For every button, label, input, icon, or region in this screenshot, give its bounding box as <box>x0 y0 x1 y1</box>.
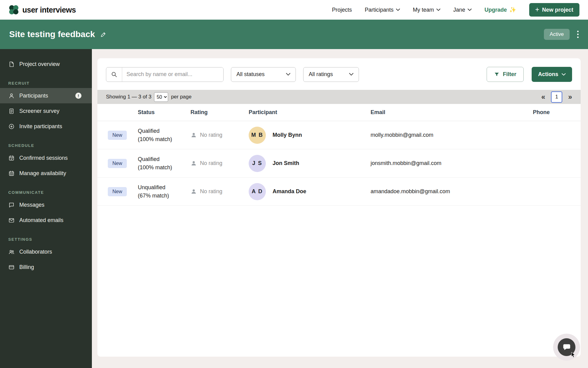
sidebar-section-settings: SETTINGS <box>8 237 92 242</box>
column-header-rating: Rating <box>190 109 249 116</box>
column-header-email: Email <box>371 109 533 116</box>
funnel-icon <box>494 72 499 77</box>
sidebar-item-label: Automated emails <box>19 217 63 224</box>
sidebar-item-label: Confirmed sessions <box>19 155 68 161</box>
chevron-down-icon <box>468 9 472 11</box>
new-badge: New <box>108 187 127 196</box>
table-row[interactable]: New Qualified (100% match) No rating J S… <box>97 149 581 178</box>
chat-bubble-icon <box>563 343 571 351</box>
sidebar-item-screener-survey[interactable]: Screener survey <box>0 103 92 119</box>
sidebar-item-label: Invite participants <box>19 123 62 130</box>
search-icon[interactable] <box>106 67 122 82</box>
sidebar-item-label: Billing <box>19 264 34 270</box>
alert-icon: ! <box>75 93 81 99</box>
table-empty-area <box>97 206 581 357</box>
column-header-status: Status <box>138 109 190 116</box>
plus-icon: + <box>535 6 539 13</box>
sidebar-item-participants[interactable]: Participants ! <box>0 88 92 103</box>
chat-bubble-icon <box>8 202 15 208</box>
document-icon <box>8 61 15 67</box>
sidebar-item-manage-availability[interactable]: Manage availability <box>0 166 92 181</box>
project-header: Site testing feedback Active <box>0 20 588 49</box>
actions-button[interactable]: Actions <box>532 67 572 82</box>
actions-button-label: Actions <box>538 71 558 78</box>
credit-card-icon <box>8 264 15 270</box>
participant-name[interactable]: Amanda Doe <box>273 188 306 195</box>
search-input[interactable] <box>122 67 223 82</box>
status-badge[interactable]: Active <box>544 29 570 40</box>
sidebar-section-communicate: COMMUNICATE <box>8 190 92 195</box>
brand[interactable]: user interviews <box>9 5 76 15</box>
sidebar-item-confirmed-sessions[interactable]: Confirmed sessions <box>0 150 92 166</box>
sidebar-item-collaborators[interactable]: Collaborators <box>0 244 92 259</box>
calendar-check-icon <box>8 155 15 161</box>
page-title: Site testing feedback <box>9 29 95 39</box>
pagination-bar: Showing 1 — 3 of 3 50 per page « 1 » <box>97 90 581 104</box>
column-header-phone: Phone <box>533 109 581 116</box>
participant-email: amandadoe.mobbin@gmail.com <box>371 188 533 195</box>
sidebar-section-schedule: SCHEDULE <box>8 143 92 148</box>
people-icon <box>8 249 15 255</box>
survey-icon <box>8 108 15 114</box>
sidebar-item-label: Collaborators <box>19 249 52 255</box>
rating-filter-select[interactable]: All ratings <box>303 67 359 82</box>
user-interviews-logo-icon <box>9 5 19 15</box>
invite-plus-icon <box>8 123 15 130</box>
chevron-down-icon <box>436 9 440 11</box>
next-page-icon[interactable]: » <box>568 94 572 101</box>
participant-name[interactable]: Jon Smith <box>273 160 299 167</box>
toolbar-actions: Filter Actions <box>487 67 572 82</box>
calendar-icon <box>8 170 15 177</box>
participants-toolbar: All statuses All ratings Filter Actions <box>97 58 581 90</box>
table-header: Status Rating Participant Email Phone <box>97 104 581 121</box>
envelope-icon <box>8 217 15 224</box>
cursor-icon <box>571 352 576 358</box>
nav-participants[interactable]: Participants <box>365 7 400 13</box>
table-row[interactable]: New Qualified (100% match) No rating M B… <box>97 121 581 149</box>
edit-title-button[interactable] <box>100 31 107 37</box>
nav-my-team[interactable]: My team <box>413 7 440 13</box>
sidebar-item-label: Project overview <box>19 61 60 67</box>
chevron-down-icon <box>286 73 290 76</box>
status-value: Qualified <box>138 127 190 135</box>
participant-name[interactable]: Molly Bynn <box>273 132 302 138</box>
sparkle-icon: ✨ <box>509 6 516 13</box>
status-filter-select[interactable]: All statuses <box>231 67 296 82</box>
nav-participants-label: Participants <box>365 7 394 13</box>
new-badge: New <box>108 131 127 140</box>
sidebar-item-project-overview[interactable]: Project overview <box>0 56 92 72</box>
per-page-select[interactable]: 50 <box>154 92 168 102</box>
table-row[interactable]: New Unqualified (67% match) No rating A … <box>97 178 581 206</box>
sidebar-item-billing[interactable]: Billing <box>0 259 92 275</box>
avatar: A D <box>249 183 266 200</box>
sidebar-item-label: Manage availability <box>19 170 66 177</box>
chevron-down-icon <box>562 73 566 76</box>
status-value: Unqualified <box>138 183 190 192</box>
person-silhouette-icon <box>190 160 197 167</box>
main-content: All statuses All ratings Filter Actions <box>92 49 588 368</box>
nav-user-menu[interactable]: Jane <box>453 7 472 13</box>
nav-upgrade[interactable]: Upgrade ✨ <box>484 6 516 13</box>
participants-card: All statuses All ratings Filter Actions <box>97 58 581 357</box>
person-silhouette-icon <box>190 132 197 138</box>
nav-projects[interactable]: Projects <box>332 7 352 13</box>
per-page-label: per page <box>171 94 191 100</box>
pencil-icon <box>100 31 107 37</box>
sidebar-item-messages[interactable]: Messages <box>0 197 92 213</box>
column-header-participant: Participant <box>249 109 371 116</box>
kebab-menu-button[interactable] <box>577 30 579 38</box>
rating-filter-value: All ratings <box>309 71 333 78</box>
search-input-group <box>106 67 224 82</box>
status-value: Qualified <box>138 155 190 163</box>
sidebar-item-invite-participants[interactable]: Invite participants <box>0 119 92 134</box>
current-page-button[interactable]: 1 <box>551 91 562 103</box>
new-project-label: New project <box>542 7 573 13</box>
sidebar-item-automated-emails[interactable]: Automated emails <box>0 213 92 228</box>
avatar: J S <box>249 155 266 172</box>
new-project-button[interactable]: + New project <box>529 3 579 17</box>
filter-button[interactable]: Filter <box>487 67 524 82</box>
new-badge: New <box>108 159 127 168</box>
project-sidebar: Project overview RECRUIT Participants ! … <box>0 49 92 368</box>
nav-upgrade-label: Upgrade <box>484 7 507 13</box>
prev-page-icon[interactable]: « <box>541 94 545 101</box>
